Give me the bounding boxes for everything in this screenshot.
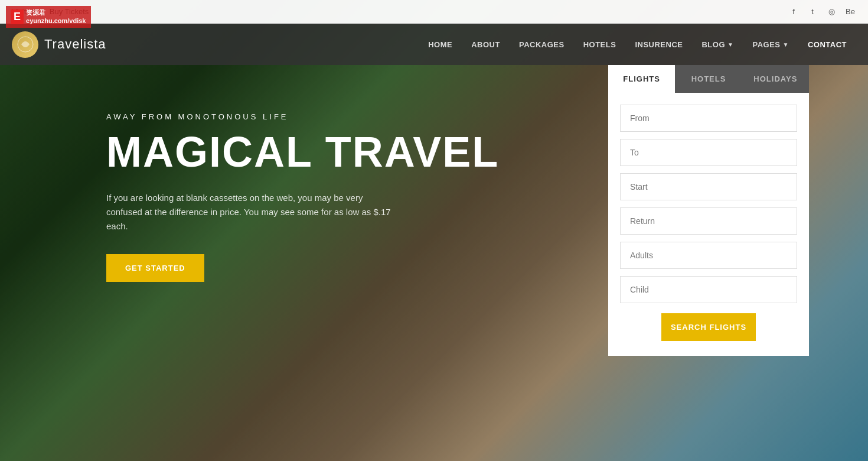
behance-icon[interactable]: Be — [844, 6, 856, 18]
top-bar: Visit Us Buy Tickets f t ◎ Be — [0, 0, 868, 24]
to-input[interactable] — [620, 139, 797, 166]
twitter-icon[interactable]: t — [807, 6, 818, 18]
social-links: f t ◎ Be — [788, 6, 856, 18]
search-flights-button[interactable]: SEARCH FLIGHTS — [661, 313, 756, 341]
facebook-icon[interactable]: f — [788, 6, 800, 18]
nav-pages[interactable]: PAGES ▼ — [743, 24, 798, 65]
watermark-text: 资源君 eyunzhu.com/vdisk — [26, 8, 86, 25]
search-panel: FLIGHTS HOTELS HOLIDAYS SEARCH FLIGHTS — [608, 65, 809, 356]
tab-holidays[interactable]: HOLIDAYS — [742, 65, 809, 93]
search-tabs: FLIGHTS HOTELS HOLIDAYS — [608, 65, 809, 93]
get-started-button[interactable]: GET STARTED — [106, 254, 204, 282]
nav-links: HOME ABOUT PACKAGES HOTELS INSURENCE BLO… — [419, 24, 856, 65]
watermark-letter: E — [11, 9, 24, 24]
return-input[interactable] — [620, 207, 797, 235]
nav-insurence[interactable]: INSURENCE — [625, 24, 692, 65]
adults-input[interactable] — [620, 242, 797, 269]
blog-chevron-icon: ▼ — [727, 41, 733, 48]
dribbble-icon[interactable]: ◎ — [825, 6, 837, 18]
nav-contact[interactable]: CONTACT — [798, 24, 856, 65]
start-input[interactable] — [620, 173, 797, 200]
search-form: SEARCH FLIGHTS — [608, 93, 809, 356]
nav-about[interactable]: ABOUT — [462, 24, 510, 65]
nav-blog[interactable]: BLOG ▼ — [692, 24, 743, 65]
nav-packages[interactable]: PACKAGES — [510, 24, 574, 65]
hero-description: If you are looking at blank cassettes on… — [106, 191, 396, 233]
watermark: E 资源君 eyunzhu.com/vdisk — [6, 6, 91, 28]
pages-chevron-icon: ▼ — [783, 41, 789, 48]
tab-hotels[interactable]: HOTELS — [675, 65, 742, 93]
logo-circle — [12, 31, 38, 58]
child-input[interactable] — [620, 276, 797, 303]
nav-home[interactable]: HOME — [419, 24, 462, 65]
main-nav: Travelista HOME ABOUT PACKAGES HOTELS IN… — [0, 24, 868, 65]
from-input[interactable] — [620, 105, 797, 132]
logo-text: Travelista — [44, 37, 106, 52]
nav-hotels[interactable]: HOTELS — [574, 24, 626, 65]
logo-area: Travelista — [12, 31, 106, 58]
tab-flights[interactable]: FLIGHTS — [608, 65, 675, 93]
